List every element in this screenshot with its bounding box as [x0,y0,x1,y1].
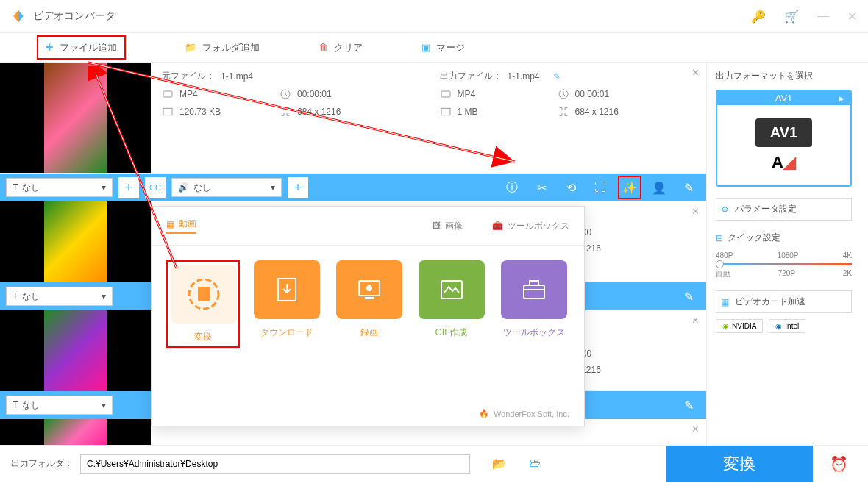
svg-rect-16 [524,285,544,299]
merge-button[interactable]: ▣ マージ [421,41,465,54]
slider-icon: ⊟ [716,233,723,243]
plus-icon: + [46,40,54,55]
minimize-icon[interactable]: — [817,10,829,23]
merge-icon: ▣ [421,42,430,53]
cut-icon[interactable]: ✂ [530,176,553,199]
svg-rect-3 [441,91,450,97]
thumbnail[interactable] [44,310,107,391]
audio-dropdown[interactable]: 🔊 なし▾ [171,178,282,197]
edit-icon[interactable]: ✎ [677,285,700,308]
video-icon: ▦ [166,219,174,229]
clear-button[interactable]: 🗑 クリア [319,41,363,54]
subtitle-dropdown[interactable]: T なし▾ [6,396,113,415]
quick-settings-title: ⊟ クイック設定 [716,232,852,244]
svg-point-13 [366,285,372,291]
cc-button[interactable]: CC [145,177,166,198]
image-icon: 🖼 [432,221,441,231]
svg-rect-10 [198,287,210,301]
output-info: × 出力ファイル：1-1.mp4✎ MP4 00:00:01 1 MB 684 … [429,63,707,173]
close-icon[interactable]: ✕ [847,10,857,24]
open-folder-icon[interactable]: 📂 [492,457,507,471]
folder-plus-icon: 📁 [185,42,196,53]
tools-popup: ▦動画 🖼画像 🧰ツールボックス 変換 ダウンロード 録画 GIF作成 ツールボ… [151,206,585,426]
chip-icon: ▦ [721,297,729,307]
tool-download[interactable]: ダウンロード [251,260,322,348]
gif-icon [437,275,466,304]
source-info: 元ファイル：1-1.mp4 MP4 00:00:01 120.73 KB 684… [151,63,429,173]
add-file-button[interactable]: + ファイル追加 [37,35,126,60]
popup-footer: 🔥 WonderFox Soft, Inc. [479,409,569,418]
quality-slider[interactable] [716,263,852,265]
convert-icon [185,276,222,312]
schedule-icon[interactable]: ⏰ [820,446,857,482]
av1-badge-icon: AV1 [755,118,812,147]
record-icon [355,275,384,304]
edit-icon[interactable]: ✎ [677,393,700,417]
sidebar: 出力フォーマットを選択 AV1 AV1 A◢ ⚙ パラメータ設定 ⊟ クイック設… [706,63,861,445]
remove-file-button[interactable]: × [692,314,699,327]
subtitle-dropdown[interactable]: T なし▾ [6,178,113,197]
add-file-label: ファイル追加 [60,41,117,54]
flame-icon: 🔥 [479,409,489,418]
info-icon[interactable]: ⓘ [500,176,524,199]
av1-text: A◢ [772,153,796,172]
remove-file-button[interactable]: × [692,423,699,436]
thumbnail[interactable] [44,63,107,173]
remove-file-button[interactable]: × [692,205,699,218]
format-title: 出力フォーマットを選択 [716,70,852,82]
settings-icon: ⚙ [721,204,729,215]
edit-icon[interactable]: ✎ [677,176,700,199]
key-icon[interactable]: 🔑 [751,10,766,24]
trash-icon: 🗑 [319,42,328,53]
output-format-selector[interactable]: AV1 AV1 A◢ [716,90,852,187]
tool-convert[interactable]: 変換 [166,260,240,348]
remove-file-button[interactable]: × [692,66,699,79]
svg-rect-5 [441,108,450,115]
intel-badge: ◉Intel [769,319,805,333]
bottom-bar: 出力フォルダ： 📂 🗁 変換 ⏰ [0,445,868,482]
merge-label: マージ [436,41,465,54]
gpu-accel-button[interactable]: ▦ ビデオカード加速 [716,290,852,313]
tab-video[interactable]: ▦動画 [166,218,196,234]
svg-rect-0 [163,91,172,97]
tab-toolbox[interactable]: 🧰ツールボックス [492,218,569,234]
toolbox-tool-icon [519,275,549,304]
download-icon [272,275,302,304]
add-subtitle-button[interactable]: + [118,177,139,198]
browse-icon[interactable]: 🗁 [529,457,541,471]
menubar: + ファイル追加 📁 フォルダ追加 🗑 クリア ▣ マージ [0,33,868,63]
clear-label: クリア [334,41,363,54]
output-folder-input[interactable] [80,454,470,474]
edit-icon[interactable]: ✎ [553,71,561,82]
toolbox-icon: 🧰 [492,221,503,231]
add-folder-label: フォルダ追加 [202,41,260,54]
watermark-icon[interactable]: 👤 [647,176,671,199]
svg-rect-2 [163,108,172,115]
tool-gif[interactable]: GIF作成 [416,260,487,348]
tab-image[interactable]: 🖼画像 [432,218,463,234]
thumbnail[interactable] [44,201,107,282]
cart-icon[interactable]: 🛒 [784,10,799,24]
subtitle-dropdown[interactable]: T なし▾ [6,287,113,306]
output-folder-label: 出力フォルダ： [11,457,73,470]
titlebar: ビデオコンバータ 🔑 🛒 — ✕ [0,0,868,33]
param-settings-button[interactable]: ⚙ パラメータ設定 [716,198,852,221]
add-folder-button[interactable]: 📁 フォルダ追加 [185,41,260,54]
convert-button[interactable]: 変換 [666,446,813,482]
svg-rect-14 [365,297,374,299]
add-audio-button[interactable]: + [288,177,308,198]
format-name: AV1 [717,91,850,105]
rotate-icon[interactable]: ⟲ [559,176,583,199]
file-controls: T なし▾ + CC 🔊 なし▾ + ⓘ ✂ ⟲ ⛶ ✨ 👤 ✎ [0,174,706,201]
thumbnail[interactable] [44,419,107,445]
app-logo-icon [11,9,26,24]
svg-rect-17 [530,281,538,285]
nvidia-badge: ◉NVIDIA [716,319,763,333]
tool-toolbox[interactable]: ツールボックス [498,260,569,348]
file-row: 元ファイル：1-1.mp4 MP4 00:00:01 120.73 KB 684… [0,63,706,174]
crop-icon[interactable]: ⛶ [588,176,612,199]
tool-record[interactable]: 録画 [333,260,405,348]
app-title: ビデオコンバータ [33,10,751,23]
effects-icon[interactable]: ✨ [618,176,641,199]
